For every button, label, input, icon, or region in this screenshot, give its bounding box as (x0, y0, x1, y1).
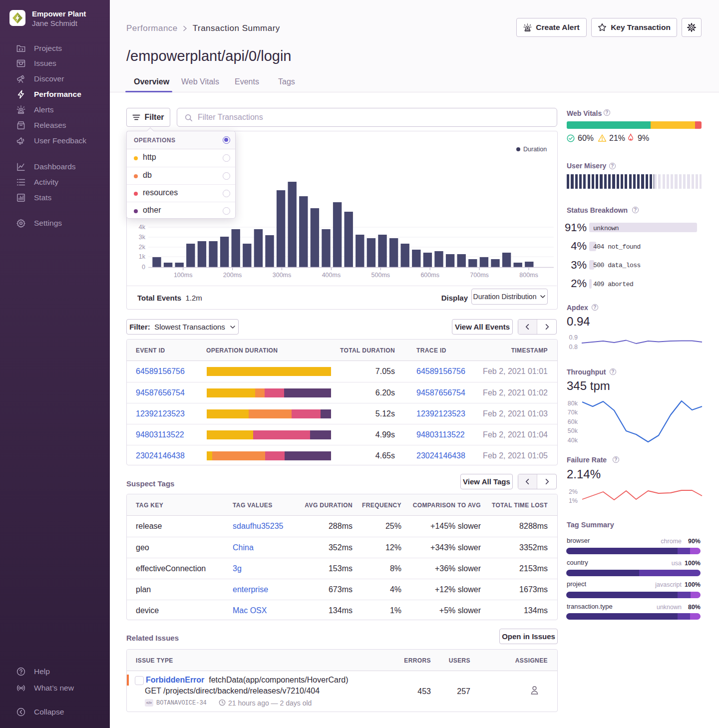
svg-text:Duration: Duration (523, 146, 547, 153)
svg-text:100ms: 100ms (174, 272, 193, 279)
svg-text:200ms: 200ms (223, 272, 242, 279)
svg-text:700ms: 700ms (470, 272, 489, 279)
svg-text:500ms: 500ms (371, 272, 390, 279)
svg-text:3k: 3k (139, 234, 146, 241)
svg-text:800ms: 800ms (519, 272, 538, 279)
svg-text:600ms: 600ms (420, 272, 439, 279)
svg-text:1k: 1k (139, 253, 146, 260)
svg-text:4k: 4k (139, 224, 146, 231)
svg-text:300ms: 300ms (273, 272, 292, 279)
svg-text:400ms: 400ms (322, 272, 341, 279)
svg-text:2k: 2k (139, 244, 146, 251)
svg-text:0: 0 (142, 264, 145, 271)
